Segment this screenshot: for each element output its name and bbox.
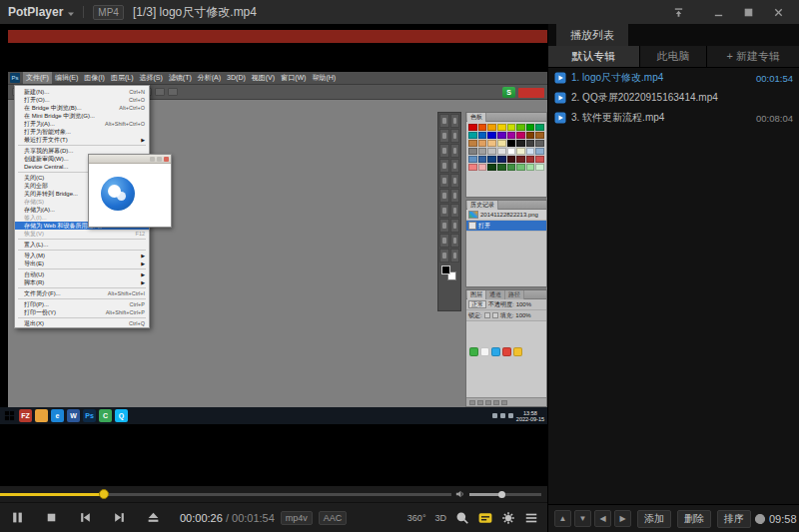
color-swatch[interactable]: [468, 132, 477, 139]
folder-icon[interactable]: [35, 409, 48, 422]
ps-menubar-item[interactable]: 选择(S): [136, 72, 165, 84]
minimize-button[interactable]: [706, 3, 731, 21]
filezilla-icon[interactable]: FZ: [19, 409, 32, 422]
opacity-value[interactable]: 100%: [516, 301, 531, 307]
color-swatch[interactable]: [516, 140, 525, 147]
ps-tool-icon[interactable]: [439, 204, 449, 218]
ps-tool-icon[interactable]: [450, 204, 460, 218]
color-swatch[interactable]: [468, 140, 477, 147]
ps-tool-icon[interactable]: [450, 144, 460, 158]
mode-3d-button[interactable]: 3D: [434, 513, 446, 523]
file-menu-item[interactable]: 在 Mini Bridge 中浏览(G)...: [15, 112, 149, 120]
color-swatch[interactable]: [507, 148, 516, 155]
ps-option-icon[interactable]: [168, 88, 178, 96]
layers-tab[interactable]: 图层: [467, 290, 486, 299]
color-swatch[interactable]: [478, 164, 487, 171]
ps-menubar-item[interactable]: 滤镜(T): [166, 72, 195, 84]
color-swatch[interactable]: [507, 164, 516, 171]
color-swatch[interactable]: [516, 132, 525, 139]
ps-menubar-item[interactable]: 帮助(H): [309, 72, 339, 84]
color-swatch[interactable]: [487, 156, 496, 163]
file-menu-item[interactable]: 打开为(A)...Alt+Shift+Ctrl+O: [15, 120, 149, 128]
ps-menubar-item[interactable]: 分析(A): [195, 72, 224, 84]
video-display[interactable]: Ps 文件(F)编辑(E)图像(I)图层(L)选择(S)滤镜(T)分析(A)3D…: [0, 24, 547, 486]
ps-tool-icon[interactable]: [439, 219, 449, 233]
ps-tool-icon[interactable]: [450, 174, 460, 188]
lock-all-icon[interactable]: [492, 312, 498, 318]
color-swatch[interactable]: [526, 148, 535, 155]
ps-tool-icon[interactable]: [450, 249, 460, 263]
blend-mode-select[interactable]: 正常: [468, 300, 486, 308]
color-swatch[interactable]: [487, 132, 496, 139]
layer-fx-icon[interactable]: [469, 400, 475, 405]
playlist-item[interactable]: 2. QQ录屏20220915163414.mp4: [548, 88, 799, 108]
lock-icon[interactable]: [484, 312, 490, 318]
color-swatch[interactable]: [535, 124, 544, 131]
maximize-button[interactable]: [736, 3, 761, 21]
ps-tool-icon[interactable]: [450, 114, 460, 128]
color-swatch[interactable]: [497, 148, 506, 155]
file-menu-item[interactable]: 在 Bridge 中浏览(B)...Alt+Ctrl+O: [15, 104, 149, 112]
ps-tool-icon[interactable]: [439, 129, 449, 143]
color-swatch[interactable]: [468, 156, 477, 163]
color-swatch[interactable]: [478, 132, 487, 139]
open-media-button[interactable]: [136, 503, 170, 532]
page-prev-button[interactable]: ◀: [594, 510, 611, 527]
ps-menubar-item[interactable]: 窗口(W): [278, 72, 309, 84]
ps-tool-icon[interactable]: [450, 189, 460, 203]
ps-menubar-item[interactable]: 视图(V): [249, 72, 278, 84]
control-menu-icon[interactable]: [524, 511, 538, 525]
speaker-icon[interactable]: [455, 489, 465, 499]
color-swatch[interactable]: [487, 140, 496, 147]
color-swatch[interactable]: [535, 132, 544, 139]
color-swatch[interactable]: [507, 140, 516, 147]
ps-tool-icon[interactable]: [439, 249, 449, 263]
color-swatch[interactable]: [535, 164, 544, 171]
always-on-top-button[interactable]: [666, 3, 691, 21]
file-menu-item[interactable]: 文件简介(F)...Alt+Shift+Ctrl+I: [15, 289, 149, 297]
color-swatch[interactable]: [507, 124, 516, 131]
new-group-icon[interactable]: [485, 400, 491, 405]
color-swatch[interactable]: [478, 124, 487, 131]
color-swatch[interactable]: [497, 124, 506, 131]
ps-tool-icon[interactable]: [439, 114, 449, 128]
ps-tool-icon[interactable]: [450, 219, 460, 233]
app-menu-chevron-icon[interactable]: [67, 10, 75, 18]
album-tab[interactable]: + 新建专辑: [707, 46, 799, 67]
fill-value[interactable]: 100%: [515, 312, 530, 318]
sort-button[interactable]: 排序: [717, 510, 751, 528]
settings-gear-icon[interactable]: [501, 511, 515, 525]
ps-menubar-item[interactable]: 图层(L): [108, 72, 137, 84]
ps-menubar-item[interactable]: 3D(D): [224, 72, 249, 84]
new-layer-icon[interactable]: [493, 400, 499, 405]
seek-bar[interactable]: [0, 493, 451, 496]
color-swatch[interactable]: [487, 164, 496, 171]
color-swatch[interactable]: [526, 124, 535, 131]
ps-color-wells[interactable]: [439, 265, 459, 282]
color-swatch[interactable]: [526, 156, 535, 163]
previous-button[interactable]: [68, 503, 102, 532]
color-swatch[interactable]: [507, 156, 516, 163]
app-name[interactable]: PotPlayer: [8, 5, 63, 19]
qq-icon[interactable]: Q: [115, 409, 128, 422]
ps-tool-icon[interactable]: [450, 234, 460, 248]
ps-menubar-item[interactable]: 文件(F): [23, 72, 52, 84]
file-menu-item[interactable]: 打印(P)...Ctrl+P: [15, 300, 149, 308]
history-step[interactable]: 打开: [466, 221, 546, 232]
seek-knob[interactable]: [99, 489, 109, 499]
file-menu-item[interactable]: 自动(U)▶: [15, 270, 149, 278]
ps-menubar-item[interactable]: 编辑(E): [52, 72, 81, 84]
color-swatch[interactable]: [516, 148, 525, 155]
move-up-button[interactable]: ▲: [554, 510, 571, 527]
color-swatch[interactable]: [478, 140, 487, 147]
ps-tool-icon[interactable]: [450, 159, 460, 173]
file-menu-item[interactable]: 导入(M)▶: [15, 252, 149, 260]
color-swatch[interactable]: [497, 164, 506, 171]
rotate-360-button[interactable]: 360°: [407, 513, 426, 523]
playlist-item[interactable]: 3. 软件更新流程.mp400:08:04: [548, 108, 799, 128]
color-swatch[interactable]: [468, 148, 477, 155]
ps-option-icon[interactable]: [155, 88, 165, 96]
file-menu-item[interactable]: 脚本(R)▶: [15, 278, 149, 286]
color-swatch[interactable]: [535, 140, 544, 147]
delete-button[interactable]: 删除: [677, 510, 711, 528]
